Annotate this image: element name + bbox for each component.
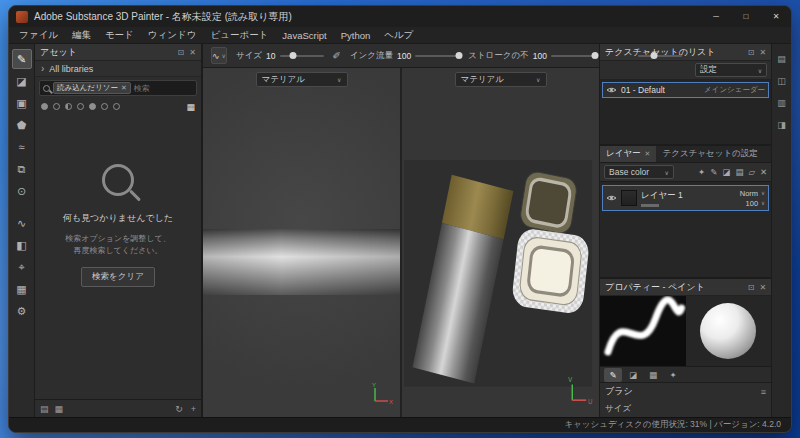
- all-libraries-dropdown[interactable]: › All libraries: [35, 61, 201, 77]
- filter-material-icon[interactable]: [41, 103, 48, 110]
- menu-mode[interactable]: モード: [98, 29, 141, 42]
- stencil-settings-icon[interactable]: ▦: [644, 368, 662, 382]
- smudge-tool-icon[interactable]: ≈: [12, 137, 32, 157]
- spacing-slider[interactable]: [638, 55, 682, 57]
- brush-stroke-icon: ∿: [212, 51, 220, 61]
- menu-python[interactable]: Python: [334, 30, 378, 41]
- thumbnail-view-icon[interactable]: ▦: [55, 404, 64, 414]
- dock-display-settings-icon[interactable]: ▤: [777, 54, 786, 64]
- tab-texture-set-settings[interactable]: テクスチャセットの設定: [656, 146, 763, 162]
- flow-slider-group: インク流量 100: [350, 50, 459, 62]
- render-mode-dropdown-2d[interactable]: マテリアル ∨: [455, 72, 547, 87]
- add-smart-material-icon[interactable]: ▤: [735, 167, 743, 177]
- menubar: ファイル 編集 モード ウィンドウ ビューポート JavaScript Pyth…: [9, 27, 791, 44]
- stroke-opacity-slider[interactable]: [551, 55, 595, 57]
- blend-mode-dropdown[interactable]: Norm ∨: [740, 189, 765, 198]
- search-filter-chip[interactable]: 読み込んだリソー ✕: [53, 82, 131, 94]
- brush-size-label: サイズ: [605, 403, 631, 415]
- assets-footer: ▤ ▦ ↻ +: [35, 399, 201, 417]
- layer-row[interactable]: レイヤー 1 Norm ∨ 100 ∨: [602, 185, 769, 211]
- texture-set-settings-dropdown[interactable]: 設定 ∨: [695, 63, 767, 77]
- viewport-2d[interactable]: V U マテリアル ∨: [402, 68, 599, 417]
- brush-settings-icon[interactable]: ✎: [604, 368, 622, 382]
- panel-close-icon[interactable]: ✕: [759, 283, 766, 292]
- material-settings-icon[interactable]: ✦: [664, 368, 682, 382]
- brush-presets-menu-icon[interactable]: ≡: [761, 387, 766, 397]
- layer-thumbnail[interactable]: [621, 190, 637, 206]
- filter-smart-material-icon[interactable]: [53, 103, 60, 110]
- symmetry-tool-icon[interactable]: ⌖: [12, 257, 32, 277]
- visibility-eye-icon[interactable]: [606, 194, 617, 202]
- menu-viewport[interactable]: ビューポート: [203, 29, 275, 42]
- flow-slider[interactable]: [415, 55, 459, 57]
- channel-toolbar: Base color ∨ ✦ ✎ ◪ ▤ ▱ ✕: [600, 163, 771, 182]
- chevron-icon: ›: [41, 63, 44, 74]
- channel-dropdown[interactable]: Base color ∨: [604, 165, 674, 179]
- maximize-button[interactable]: □: [731, 6, 761, 27]
- delete-layer-icon[interactable]: ✕: [760, 167, 767, 177]
- projection-tool-icon[interactable]: ▣: [12, 93, 32, 113]
- import-resources-icon[interactable]: +: [191, 404, 196, 414]
- tab-close-icon[interactable]: ✕: [645, 150, 651, 158]
- minimize-button[interactable]: ─: [701, 6, 731, 27]
- menu-window[interactable]: ウィンドウ: [141, 29, 204, 42]
- filter-env-icon[interactable]: [113, 103, 120, 110]
- viewer-settings-tool-icon[interactable]: ⚙: [12, 301, 32, 321]
- add-effect-icon[interactable]: ✦: [698, 167, 705, 177]
- material-picker-tool-icon[interactable]: ⊙: [12, 181, 32, 201]
- grid-view-icon[interactable]: ▦: [186, 102, 195, 112]
- brush-preset-dropdown[interactable]: ∿ ∨: [211, 47, 227, 64]
- display-settings-tool-icon[interactable]: ▦: [12, 279, 32, 299]
- add-fill-layer-icon[interactable]: ◪: [722, 167, 730, 177]
- render-mode-dropdown-3d[interactable]: マテリアル ∨: [256, 72, 348, 87]
- svg-text:X: X: [389, 399, 393, 405]
- axis-gizmo-3d: Y X: [368, 381, 394, 411]
- clear-search-button[interactable]: 検索をクリア: [81, 267, 155, 287]
- panel-close-icon[interactable]: ✕: [189, 48, 196, 57]
- stylus-pressure-icon[interactable]: ✐: [333, 50, 341, 61]
- eraser-tool-icon[interactable]: ◪: [12, 71, 32, 91]
- alpha-settings-icon[interactable]: ◪: [624, 368, 642, 382]
- paint-tool-icon[interactable]: ✎: [12, 49, 32, 69]
- panel-dock-icon[interactable]: ⊡: [178, 48, 185, 57]
- chip-remove-icon[interactable]: ✕: [121, 84, 127, 92]
- filter-smart-mask-icon[interactable]: [65, 103, 72, 110]
- clone-tool-icon[interactable]: ⧉: [12, 159, 32, 179]
- tool-strip: ✎ ◪ ▣ ⬟ ≈ ⧉ ⊙ ∿ ◧ ⌖ ▦ ⚙: [9, 44, 35, 417]
- opacity-dropdown[interactable]: 100 ∨: [746, 199, 766, 208]
- material-sphere-preview: [686, 296, 772, 366]
- path-tool-icon[interactable]: ∿: [12, 213, 32, 233]
- titlebar[interactable]: Adobe Substance 3D Painter - 名称未設定 (読み取り…: [9, 6, 791, 27]
- dock-log-icon[interactable]: ◨: [777, 120, 786, 130]
- add-paint-layer-icon[interactable]: ✎: [710, 167, 717, 177]
- panel-close-icon[interactable]: ✕: [759, 48, 766, 57]
- asset-search-input[interactable]: 読み込んだリソー ✕ 検索: [39, 80, 197, 96]
- list-view-icon[interactable]: ▤: [40, 404, 49, 414]
- menu-help[interactable]: ヘルプ: [377, 29, 420, 42]
- svg-text:U: U: [588, 397, 593, 404]
- panel-dock-icon[interactable]: ⊡: [748, 283, 755, 292]
- close-button[interactable]: ✕: [761, 6, 791, 27]
- svg-text:V: V: [568, 376, 573, 383]
- menu-file[interactable]: ファイル: [12, 29, 65, 42]
- texture-set-row[interactable]: 01 - Default メインシェーダー: [602, 82, 769, 98]
- add-group-icon[interactable]: ▱: [748, 167, 755, 177]
- dock-shader-settings-icon[interactable]: ◫: [777, 76, 786, 86]
- menu-javascript[interactable]: JavaScript: [275, 30, 333, 41]
- viewport-3d[interactable]: マテリアル ∨ Y X: [203, 68, 402, 417]
- size-slider[interactable]: [280, 55, 324, 57]
- filter-brush-icon[interactable]: [77, 103, 84, 110]
- polygon-fill-tool-icon[interactable]: ⬟: [12, 115, 32, 135]
- menu-edit[interactable]: 編集: [65, 29, 98, 42]
- quick-mask-tool-icon[interactable]: ◧: [12, 235, 32, 255]
- dock-history-icon[interactable]: ▥: [777, 98, 786, 108]
- filter-texture-icon[interactable]: [101, 103, 108, 110]
- filter-alpha-icon[interactable]: [89, 103, 96, 110]
- panel-dock-icon[interactable]: ⊡: [748, 48, 755, 57]
- tab-layers[interactable]: レイヤー ✕: [600, 146, 656, 162]
- status-bar: キャッシュディスクの使用状況: 31% | バージョン: 4.2.0: [9, 417, 791, 432]
- refresh-icon[interactable]: ↻: [175, 404, 183, 414]
- brush-section-title: ブラシ: [605, 385, 633, 398]
- cache-usage-status: キャッシュディスクの使用状況: 31% | バージョン: 4.2.0: [564, 419, 781, 431]
- visibility-eye-icon[interactable]: [606, 86, 617, 94]
